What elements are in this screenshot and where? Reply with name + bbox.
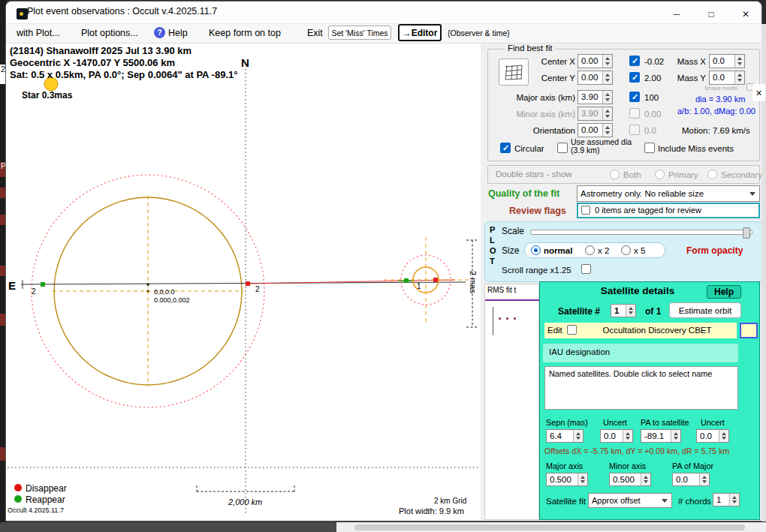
editor-button[interactable]: →Editor	[398, 24, 442, 41]
satellite-details-panel: Satellite details Help Satellite # 1 of …	[539, 281, 760, 520]
spinner[interactable]	[602, 107, 612, 120]
review-flags-box: 0 items are tagged for review	[577, 203, 760, 218]
estimate-orbit-button[interactable]: Estimate orbit	[669, 302, 741, 318]
quality-value: Astrometry only. No reliable size	[578, 189, 747, 198]
maximize-button[interactable]: □	[694, 3, 728, 25]
background-close-button[interactable]: ×	[752, 84, 765, 101]
minor-axis-label: Minor axis (km)	[514, 110, 575, 119]
set-miss-times-button[interactable]: Set 'Miss' Times	[328, 26, 391, 40]
use-assumed-checkbox[interactable]	[557, 143, 568, 153]
uncert2-input[interactable]: 0.0	[696, 429, 729, 443]
center-y-checkbox[interactable]	[629, 72, 640, 83]
both-radio[interactable]	[610, 170, 620, 179]
menu-exit[interactable]: Exit	[307, 29, 323, 39]
orientation-input[interactable]: 0.00	[578, 123, 613, 137]
spinner[interactable]	[626, 305, 635, 317]
form-opacity-label[interactable]: Form opacity	[686, 246, 743, 256]
sat-minor-input[interactable]: 0.500	[609, 473, 651, 486]
include-miss-checkbox[interactable]	[644, 143, 655, 153]
center-y-input[interactable]: 0.00	[578, 71, 613, 85]
spinner[interactable]	[734, 71, 744, 84]
spinner[interactable]	[602, 71, 612, 84]
menu-plot-options[interactable]: Plot options...	[81, 29, 138, 39]
rms-dot	[499, 317, 501, 320]
iau-designation-label: IAU designation	[549, 347, 610, 357]
major-axis-checkbox[interactable]	[629, 92, 640, 102]
spinner[interactable]	[671, 430, 680, 442]
minor-axis-checkbox[interactable]	[629, 108, 640, 119]
satellite-fit-dropdown[interactable]: Approx offset	[588, 493, 672, 508]
menu-with-plot[interactable]: with Plot...	[17, 29, 60, 39]
secondary-radio[interactable]	[707, 170, 717, 179]
sat-major-input[interactable]: 0.500	[546, 473, 588, 486]
size-x5-radio[interactable]	[621, 245, 631, 255]
major-axis-input[interactable]: 3.90	[578, 90, 613, 104]
spinner[interactable]	[602, 55, 612, 68]
pa-satellite-input[interactable]: -89.1	[641, 429, 681, 443]
scroll-range-checkbox[interactable]	[581, 264, 591, 274]
spinner[interactable]	[734, 55, 744, 68]
scale-slider-thumb[interactable]	[743, 227, 750, 239]
circular-checkbox[interactable]	[500, 143, 511, 153]
spinner[interactable]	[578, 473, 587, 485]
satellite-help-label: Help	[714, 287, 734, 297]
maximize-icon: □	[708, 9, 713, 20]
orientation-value: 0.00	[578, 124, 602, 137]
scale-slider[interactable]	[530, 230, 752, 235]
chords-input[interactable]: 1	[713, 493, 740, 506]
center-x-checkbox[interactable]	[629, 56, 640, 66]
chord-number: 2	[255, 285, 260, 293]
cbet-label: Occultation Discovery CBET	[581, 326, 734, 335]
spinner[interactable]	[729, 494, 739, 506]
primary-radio[interactable]	[655, 170, 665, 179]
help-icon[interactable]: ?	[154, 27, 165, 38]
version-label: Occult 4.2025.11.7	[8, 506, 64, 514]
uncert1-input[interactable]: 0.0	[600, 429, 633, 443]
orientation-checkbox[interactable]	[629, 125, 640, 135]
quality-dropdown[interactable]: Astrometry only. No reliable size	[577, 185, 760, 202]
minimize-button[interactable]: ─	[659, 3, 694, 25]
sepn-input[interactable]: 6.4	[546, 429, 584, 443]
sat-pa-major-input[interactable]: 0.0	[672, 473, 710, 486]
include-miss-label: Include Miss events	[658, 144, 734, 154]
spinner[interactable]	[623, 430, 632, 442]
menu-keep-on-top[interactable]: Keep form on top	[209, 29, 281, 39]
motion-label: Motion: 7.69 km/s	[682, 126, 750, 136]
legend-disappear-dot	[14, 484, 22, 491]
center-x-input[interactable]: 0.00	[578, 54, 613, 68]
center-x-value: 0.00	[578, 55, 602, 68]
app-icon	[17, 8, 28, 20]
grid-size-label: 2 km Grid	[434, 497, 466, 505]
review-flags-checkbox[interactable]	[581, 206, 590, 215]
mass-y-input[interactable]: 0.0	[709, 71, 745, 85]
size-x2-radio[interactable]	[585, 245, 595, 255]
menu-help[interactable]: Help	[168, 29, 188, 39]
mass-x-label: Mass X	[674, 57, 706, 67]
close-button[interactable]: ✕	[728, 3, 763, 25]
spinner[interactable]	[573, 430, 583, 442]
reappear-marker	[404, 278, 409, 283]
scroll-range-label: Scroll range x1.25	[502, 266, 571, 275]
background-scrollbar-thumb[interactable]	[354, 524, 745, 530]
spinner[interactable]	[699, 473, 709, 485]
minor-axis-input[interactable]: 3.90	[578, 107, 613, 121]
plot-width-label: Plot width: 9.9 km	[399, 506, 464, 515]
edit-checkbox[interactable]	[567, 325, 577, 335]
spinner[interactable]	[719, 430, 728, 442]
fit-button[interactable]	[499, 59, 529, 86]
cbet-box[interactable]	[740, 323, 758, 338]
spinner[interactable]	[602, 91, 612, 104]
satellite-number-input[interactable]: 1	[611, 304, 636, 317]
named-satellites-text: Named satellites. Double click to select…	[549, 370, 712, 379]
occultation-plot[interactable]: (21814) Shanawolff 2025 Jul 13 3.90 km G…	[6, 44, 481, 520]
spinner[interactable]	[641, 473, 650, 485]
size-normal-radio[interactable]	[531, 245, 541, 255]
satellite-help-button[interactable]: Help	[707, 285, 741, 299]
named-satellites-box[interactable]: Named satellites. Double click to select…	[544, 366, 738, 410]
north-label: N	[241, 56, 249, 69]
title-bar: Plot event observations : Occult v.4.202…	[6, 2, 761, 24]
spinner[interactable]	[602, 124, 612, 137]
disappear-marker	[433, 278, 438, 282]
satellite-of-label: of 1	[645, 307, 661, 317]
mass-x-input[interactable]: 0.0	[709, 54, 745, 68]
